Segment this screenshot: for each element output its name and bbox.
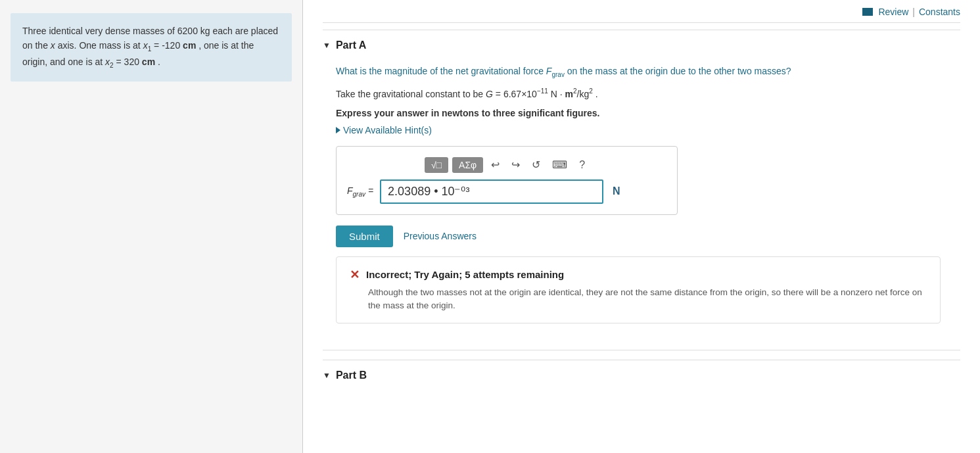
feedback-title: Incorrect; Try Again; 5 attempts remaini… (366, 269, 564, 280)
radical-icon: √□ (431, 160, 442, 170)
feedback-body: Although the two masses not at the origi… (368, 286, 927, 313)
help-icon: ? (579, 159, 585, 170)
actions-row: Submit Previous Answers (336, 226, 960, 247)
hint-link-label: View Available Hint(s) (343, 125, 432, 135)
part-a-collapse-arrow[interactable]: ▼ (323, 41, 331, 50)
undo-button[interactable]: ↩ (487, 157, 503, 172)
answer-box: √□ AΣφ ↩ ↪ ↺ ⌨ (336, 146, 678, 215)
redo-button[interactable]: ↪ (507, 157, 524, 172)
submit-button[interactable]: Submit (336, 226, 393, 247)
problem-text: Three identical very dense masses of 620… (22, 26, 278, 67)
redo-icon: ↪ (511, 159, 520, 170)
help-button[interactable]: ? (575, 158, 589, 172)
reset-button[interactable]: ↺ (528, 157, 544, 172)
top-bar: Review | Constants (323, 0, 960, 23)
part-b-section: ▼ Part B (323, 350, 960, 388)
part-b-header[interactable]: ▼ Part B (323, 360, 960, 388)
review-icon (862, 8, 873, 16)
review-link[interactable]: Review (878, 7, 908, 17)
main-content: Review | Constants ▼ Part A What is the … (303, 0, 980, 453)
toolbar: √□ AΣφ ↩ ↪ ↺ ⌨ (347, 157, 666, 173)
constant-text: Take the gravitational constant to be G … (336, 86, 960, 101)
incorrect-icon: ✕ (350, 268, 360, 282)
part-a-header[interactable]: ▼ Part A (323, 30, 960, 58)
keyboard-icon: ⌨ (552, 159, 567, 170)
instruction-text: Express your answer in newtons to three … (336, 108, 960, 118)
part-a-question: What is the magnitude of the net gravita… (336, 64, 960, 80)
input-label: Fgrav = (347, 185, 373, 198)
previous-answers-link[interactable]: Previous Answers (404, 231, 477, 241)
radical-button[interactable]: √□ (425, 157, 448, 173)
undo-icon: ↩ (491, 159, 500, 170)
part-b-collapse-arrow[interactable]: ▼ (323, 371, 331, 380)
unit-label: N (613, 185, 620, 197)
problem-card: Three identical very dense masses of 620… (11, 13, 292, 82)
answer-input[interactable] (380, 179, 603, 204)
constants-link[interactable]: Constants (919, 7, 960, 17)
feedback-box: ✕ Incorrect; Try Again; 5 attempts remai… (336, 256, 941, 324)
reset-icon: ↺ (532, 159, 540, 170)
sidebar: Three identical very dense masses of 620… (0, 0, 302, 453)
part-b-label: Part B (336, 370, 367, 381)
input-row: Fgrav = N (347, 179, 666, 204)
hint-link[interactable]: View Available Hint(s) (336, 125, 960, 135)
greek-icon: AΣφ (459, 160, 477, 170)
hint-arrow-icon (336, 127, 340, 133)
separator: | (912, 7, 915, 17)
greek-button[interactable]: AΣφ (452, 157, 483, 173)
keyboard-button[interactable]: ⌨ (548, 157, 571, 172)
part-a-label: Part A (336, 39, 367, 51)
feedback-header: ✕ Incorrect; Try Again; 5 attempts remai… (350, 268, 927, 282)
part-a-section: What is the magnitude of the net gravita… (323, 58, 960, 330)
